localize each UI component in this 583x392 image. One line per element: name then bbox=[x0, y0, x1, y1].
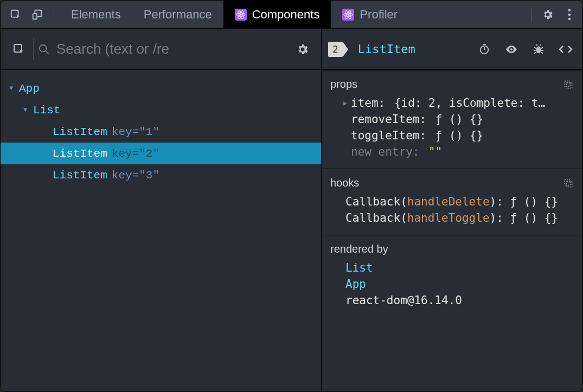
collapse-icon[interactable]: ▼ bbox=[23, 106, 31, 114]
copy-icon[interactable] bbox=[563, 178, 574, 189]
new-entry-value: "" bbox=[428, 145, 442, 158]
select-component-icon[interactable] bbox=[5, 29, 33, 69]
svg-point-23 bbox=[536, 46, 541, 53]
more-icon[interactable] bbox=[559, 1, 580, 28]
prop-row[interactable]: removeItem: ƒ () {} bbox=[322, 111, 582, 127]
hook-type: Callback bbox=[345, 211, 400, 224]
device-toolbar-icon[interactable] bbox=[27, 1, 48, 28]
svg-rect-27 bbox=[565, 179, 570, 185]
component-name: ListItem bbox=[53, 126, 107, 138]
tab-separator bbox=[54, 8, 54, 22]
inspect-dom-icon[interactable] bbox=[501, 39, 522, 60]
tree-node-list[interactable]: ▼ List bbox=[1, 99, 321, 121]
props-section: props ▶ item: {id: 2, isComplete: t… rem… bbox=[322, 70, 582, 169]
render-count-badge: 2 bbox=[328, 42, 343, 57]
search-input[interactable] bbox=[56, 41, 289, 57]
prop-key: toggleItem bbox=[351, 129, 419, 142]
hook-type: Callback bbox=[345, 195, 400, 208]
hook-value: ƒ () {} bbox=[510, 211, 558, 224]
key-value: "3" bbox=[139, 169, 159, 182]
section-header: rendered by bbox=[322, 241, 582, 260]
new-entry-label: new entry bbox=[351, 145, 413, 158]
svg-line-18 bbox=[46, 50, 49, 54]
prop-new-entry[interactable]: new entry: "" bbox=[322, 144, 582, 160]
tree-node-listitem[interactable]: ListItem key="3" bbox=[1, 164, 321, 186]
react-icon bbox=[235, 9, 247, 21]
rendered-by-link[interactable]: List bbox=[322, 260, 582, 276]
copy-icon[interactable] bbox=[563, 79, 574, 90]
rendered-by-section: rendered by List App react-dom@16.14.0 bbox=[322, 235, 582, 317]
devtools-window: Elements Performance Components Profiler bbox=[0, 0, 583, 392]
tab-performance[interactable]: Performance bbox=[132, 1, 223, 28]
prop-value: {id: 2, isComplete: t… bbox=[394, 97, 545, 110]
tree-node-listitem[interactable]: ListItem key="1" bbox=[1, 121, 321, 143]
hooks-section: hooks Callback(handleDelete): ƒ () {} Ca… bbox=[322, 169, 582, 235]
inspector-toolbar: 2 ListItem bbox=[322, 29, 582, 70]
hook-name: handleDelete bbox=[407, 195, 490, 208]
prop-key: removeItem bbox=[351, 113, 419, 126]
key-value: "2" bbox=[139, 147, 159, 160]
section-header: hooks bbox=[322, 175, 582, 194]
component-name: App bbox=[19, 82, 40, 95]
tab-label: Profiler bbox=[360, 8, 398, 22]
key-label: key= bbox=[112, 147, 139, 160]
rendered-by-link[interactable]: App bbox=[322, 276, 582, 292]
suspend-icon[interactable] bbox=[474, 39, 495, 60]
component-name: ListItem bbox=[53, 169, 107, 182]
svg-point-17 bbox=[40, 44, 47, 52]
view-source-icon[interactable] bbox=[555, 39, 576, 60]
search-wrap bbox=[38, 41, 289, 57]
tab-components[interactable]: Components bbox=[223, 1, 331, 28]
key-label: key= bbox=[112, 126, 139, 138]
key-label: key= bbox=[112, 169, 139, 182]
expand-icon[interactable]: ▶ bbox=[343, 99, 351, 107]
svg-point-13 bbox=[568, 9, 571, 11]
prop-row[interactable]: ▶ item: {id: 2, isComplete: t… bbox=[322, 95, 582, 111]
component-name: List bbox=[33, 104, 60, 117]
svg-point-15 bbox=[568, 17, 571, 20]
tab-separator bbox=[531, 8, 531, 22]
workspace: ▼ App ▼ List ListItem key="1" ListItem k… bbox=[1, 29, 582, 391]
component-name: ListItem bbox=[53, 147, 107, 160]
inspect-element-icon[interactable] bbox=[5, 1, 27, 28]
tab-profiler[interactable]: Profiler bbox=[331, 1, 409, 28]
tree-node-app[interactable]: ▼ App bbox=[1, 78, 321, 99]
tab-label: Components bbox=[252, 8, 320, 22]
tree-node-listitem[interactable]: ListItem key="2" bbox=[1, 143, 321, 164]
selected-component-name: ListItem bbox=[358, 42, 415, 56]
svg-rect-24 bbox=[567, 82, 572, 88]
search-icon bbox=[38, 43, 50, 55]
section-header: props bbox=[322, 76, 582, 95]
section-title: props bbox=[330, 78, 357, 91]
section-title: rendered by bbox=[330, 243, 388, 255]
prop-row[interactable]: toggleItem: ƒ () {} bbox=[322, 127, 582, 144]
component-tree-pane: ▼ App ▼ List ListItem key="1" ListItem k… bbox=[1, 29, 322, 391]
section-title: hooks bbox=[330, 177, 359, 189]
settings-icon[interactable] bbox=[537, 1, 559, 28]
collapse-icon[interactable]: ▼ bbox=[9, 85, 17, 92]
svg-point-22 bbox=[510, 48, 512, 50]
svg-rect-25 bbox=[565, 81, 570, 86]
component-tree: ▼ App ▼ List ListItem key="1" ListItem k… bbox=[1, 70, 321, 194]
svg-point-19 bbox=[481, 46, 489, 54]
prop-value: ƒ () {} bbox=[435, 129, 484, 142]
toolbar-separator bbox=[33, 38, 34, 60]
tab-label: Performance bbox=[144, 8, 212, 22]
tab-label: Elements bbox=[71, 8, 121, 22]
debug-icon[interactable] bbox=[528, 39, 549, 60]
svg-point-14 bbox=[568, 13, 571, 16]
svg-rect-26 bbox=[567, 181, 572, 187]
prop-value: ƒ () {} bbox=[435, 113, 484, 126]
tree-settings-icon[interactable] bbox=[289, 29, 317, 69]
svg-point-12 bbox=[348, 14, 349, 15]
renderer-version: react-dom@16.14.0 bbox=[322, 292, 582, 309]
prop-key: item bbox=[351, 97, 379, 110]
react-icon bbox=[342, 9, 354, 21]
hook-row[interactable]: Callback(handleDelete): ƒ () {} bbox=[322, 194, 582, 210]
key-value: "1" bbox=[139, 126, 159, 138]
inspector-pane: 2 ListItem props ▶ item: {id: 2, is bbox=[322, 29, 582, 391]
svg-point-7 bbox=[240, 14, 241, 15]
hook-row[interactable]: Callback(handleToggle): ƒ () {} bbox=[322, 210, 582, 226]
svg-rect-2 bbox=[33, 14, 37, 19]
tab-elements[interactable]: Elements bbox=[60, 1, 132, 28]
